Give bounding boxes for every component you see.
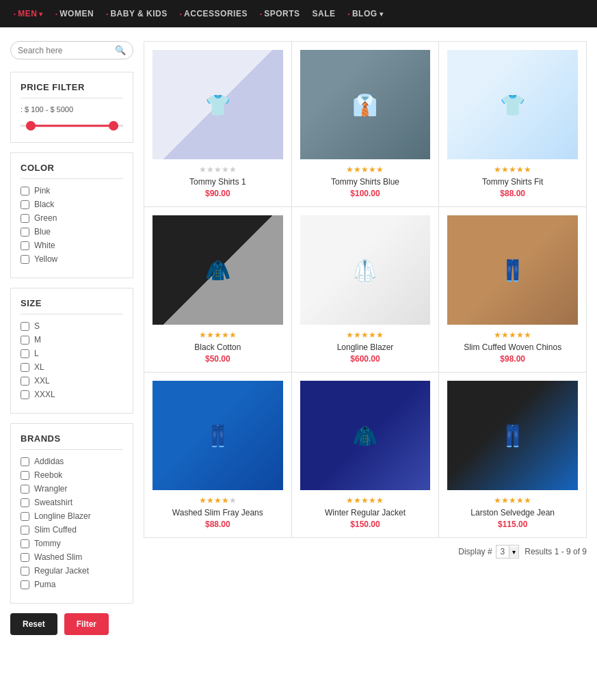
brand-checkbox[interactable] [21,512,29,521]
size-option[interactable]: M [21,335,123,345]
brand-option[interactable]: Wrangler [21,484,123,494]
size-checkbox[interactable] [21,363,29,372]
product-price: $600.00 [300,354,431,364]
size-checkbox[interactable] [21,336,29,345]
size-checkbox[interactable] [21,377,29,386]
product-price: $100.00 [300,189,431,198]
brand-checkbox[interactable] [21,485,29,494]
slider-thumb-left[interactable] [26,121,36,131]
color-checkbox[interactable] [21,241,29,250]
brand-option[interactable]: Puma [21,580,123,589]
star-icon: ★ [229,165,237,174]
size-option[interactable]: S [21,321,123,331]
brand-checkbox[interactable] [21,471,29,480]
product-placeholder: 👕 [447,50,578,159]
brand-option[interactable]: Longline Blazer [21,511,123,521]
display-decrement[interactable]: ▾ [509,547,518,557]
product-card[interactable]: 👕 ★★★★★ Tommy Shirts Fit $88.00 [439,42,586,206]
size-checkbox[interactable] [21,349,29,358]
reset-button[interactable]: Reset [10,613,57,635]
search-icon: 🔍 [115,45,126,55]
product-card[interactable]: 👖 ★★★★★ Larston Selvedge Jean $115.00 [439,373,586,537]
nav-men-label: MEN [18,9,37,18]
nav-accessories[interactable]: • ACCESSORIES [180,9,248,18]
brand-checkbox[interactable] [21,457,29,466]
color-option[interactable]: Green [21,213,123,223]
brand-checkbox[interactable] [21,553,29,562]
size-option[interactable]: XL [21,362,123,372]
pagination-bar: Display # 3 ▾ Results 1 - 9 of 9 [144,538,587,565]
nav-men[interactable]: • MEN ▾ [14,9,43,18]
brand-checkbox[interactable] [21,498,29,507]
filter-button[interactable]: Filter [64,613,109,635]
brand-option[interactable]: Slim Cuffed [21,525,123,535]
star-icon: ★ [516,165,524,174]
product-card[interactable]: 🥼 ★★★★★ Longline Blazer $600.00 [292,207,439,372]
brand-label: Tommy [34,539,61,548]
nav-baby[interactable]: • BABY & KIDS [106,9,168,18]
star-icon: ★ [494,165,501,174]
brands-section: BRANDS Addidas Reebok Wrangler Sweatshir… [10,423,133,604]
brand-checkbox[interactable] [21,580,29,589]
star-icon: ★ [222,165,229,174]
color-option[interactable]: Yellow [21,254,123,264]
product-card[interactable]: 🧥 ★★★★★ Black Cotton $50.00 [144,207,291,372]
product-card[interactable]: 🧥 ★★★★★ Winter Regular Jacket $150.00 [292,373,439,537]
color-option[interactable]: Black [21,200,123,209]
product-placeholder: 👖 [447,381,578,490]
size-checkbox[interactable] [21,322,29,331]
size-checkbox[interactable] [21,390,29,399]
slider-thumb-right[interactable] [109,121,118,131]
color-checkbox[interactable] [21,255,29,264]
product-name: Longline Blazer [300,342,431,352]
star-icon: ★ [524,496,531,505]
product-card[interactable]: 👖 ★★★★★ Slim Cuffed Woven Chinos $98.00 [439,207,586,372]
product-card[interactable]: 👕 ★★★★★ Tommy Shirts 1 $90.00 [144,42,291,206]
brand-option[interactable]: Tommy [21,539,123,548]
color-option[interactable]: Pink [21,186,123,196]
brand-checkbox[interactable] [21,526,29,535]
brand-checkbox[interactable] [21,539,29,548]
nav-baby-label: BABY & KIDS [110,9,167,18]
brand-option[interactable]: Reebok [21,470,123,480]
nav-sports[interactable]: • SPORTS [260,9,300,18]
brand-option[interactable]: Washed Slim [21,552,123,562]
search-box[interactable]: 🔍 [10,41,133,59]
search-input[interactable] [18,46,115,55]
star-icon: ★ [214,496,222,505]
star-icon: ★ [501,165,509,174]
nav-dot: • [260,11,262,17]
star-icon: ★ [199,165,207,174]
color-checkbox[interactable] [21,187,29,196]
nav-dot: • [106,11,108,17]
brand-option[interactable]: Sweatshirt [21,498,123,507]
color-checkbox[interactable] [21,200,29,209]
size-option[interactable]: XXXL [21,390,123,399]
price-slider[interactable] [21,119,123,133]
brand-label: Washed Slim [34,552,82,562]
star-icon: ★ [361,496,369,505]
product-image: 🧥 [300,381,431,490]
brand-option[interactable]: Regular Jacket [21,566,123,576]
nav-dot: • [55,11,57,17]
color-option[interactable]: White [21,241,123,250]
color-checkbox[interactable] [21,228,29,237]
star-icon: ★ [494,330,501,340]
display-num-box[interactable]: 3 ▾ [496,545,520,558]
product-card[interactable]: 👔 ★★★★★ Tommy Shirts Blue $100.00 [292,42,439,206]
brand-checkbox[interactable] [21,567,29,576]
price-filter-section: PRICE FILTER : $ 100 - $ 5000 [10,72,133,143]
color-option[interactable]: Blue [21,227,123,237]
nav-sale[interactable]: SALE [313,9,336,18]
nav-blog[interactable]: • BLOG ▾ [348,9,383,18]
brand-option[interactable]: Addidas [21,457,123,466]
nav-accessories-label: ACCESSORIES [184,9,248,18]
brand-label: Addidas [34,457,64,466]
color-checkbox[interactable] [21,214,29,223]
product-card[interactable]: 👖 ★★★★★ Washed Slim Fray Jeans $88.00 [144,373,291,537]
size-option[interactable]: L [21,349,123,358]
size-option[interactable]: XXL [21,376,123,386]
product-image: 👕 [152,50,283,159]
star-icon: ★ [354,330,361,340]
nav-women[interactable]: • WOMEN [55,9,94,18]
